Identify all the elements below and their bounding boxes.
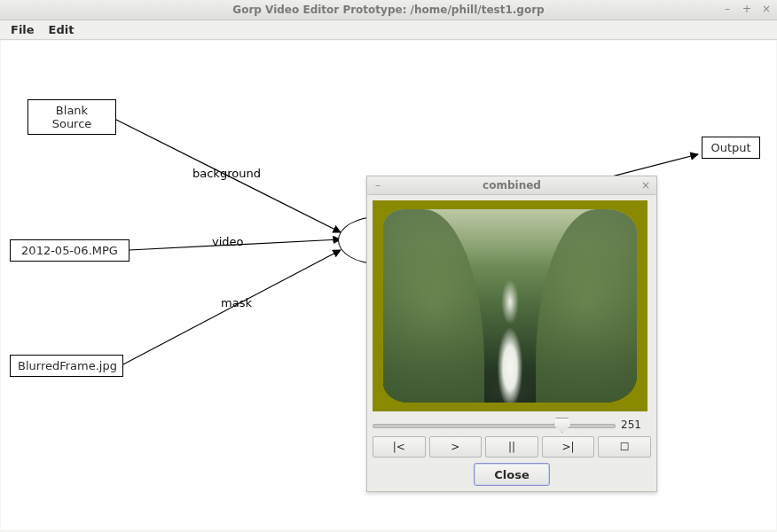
transport-buttons: |< > || >| ☐ (373, 436, 651, 458)
menu-bar: File Edit (0, 20, 777, 40)
play-button[interactable]: > (429, 436, 483, 458)
node-output[interactable]: Output (702, 137, 760, 159)
preview-title: combined (483, 179, 541, 192)
main-titlebar[interactable]: Gorp Video Editor Prototype: /home/phill… (0, 0, 777, 20)
node-label: Output (710, 141, 750, 154)
main-window-controls: – + × (720, 2, 773, 16)
minimize-button[interactable]: – (720, 2, 734, 16)
preview-window[interactable]: – combined × 251 (366, 176, 657, 492)
frame-slider[interactable] (373, 417, 616, 433)
node-blank-source[interactable]: Blank Source (27, 99, 116, 135)
close-row: Close (373, 463, 651, 486)
pause-button[interactable]: || (485, 436, 538, 458)
main-window: Gorp Video Editor Prototype: /home/phill… (0, 0, 777, 532)
node-label: 2012-05-06.MPG (21, 244, 118, 257)
preview-close-x-button[interactable]: × (639, 178, 653, 192)
slider-value: 251 (621, 419, 651, 431)
stop-button[interactable]: ☐ (598, 436, 651, 458)
graph-canvas[interactable]: Blank Source 2012-05-06.MPG BlurredFrame… (1, 41, 776, 530)
to-start-button[interactable]: |< (373, 436, 426, 458)
preview-titlebar[interactable]: – combined × (367, 176, 656, 195)
menu-edit[interactable]: Edit (43, 21, 83, 38)
waterfall-scene-icon (383, 209, 637, 403)
preview-close-button[interactable]: Close (474, 463, 549, 486)
node-label: BlurredFrame.jpg (18, 359, 117, 372)
to-end-button[interactable]: >| (542, 436, 595, 458)
slider-thumb[interactable] (553, 418, 571, 433)
node-video-file[interactable]: 2012-05-06.MPG (10, 239, 130, 262)
edge-label-background: background (192, 167, 261, 180)
slider-track (373, 424, 616, 428)
node-mask-file[interactable]: BlurredFrame.jpg (10, 355, 123, 377)
close-window-button[interactable]: × (759, 2, 773, 16)
main-window-title: Gorp Video Editor Prototype: /home/phill… (232, 4, 544, 16)
slider-row: 251 (373, 417, 651, 433)
node-label: Blank Source (52, 104, 92, 130)
maximize-button[interactable]: + (740, 2, 754, 16)
preview-minimize-button[interactable]: – (371, 178, 385, 192)
edge-label-mask: mask (221, 296, 252, 309)
edge-label-video: video (212, 235, 244, 248)
preview-image (383, 209, 637, 403)
preview-frame[interactable] (373, 200, 648, 411)
preview-content: 251 |< > || >| ☐ Close (367, 195, 656, 491)
menu-file[interactable]: File (5, 21, 43, 38)
